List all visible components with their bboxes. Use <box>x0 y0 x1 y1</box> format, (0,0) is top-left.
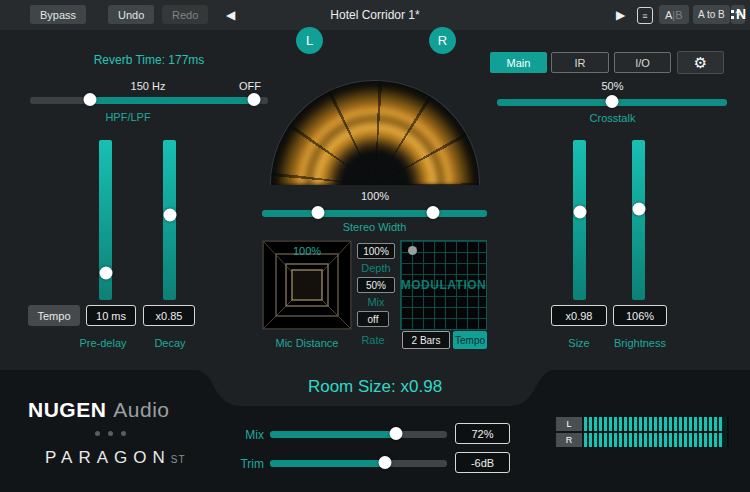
mic-distance-label: Mic Distance <box>262 337 352 349</box>
mod-rate-label: Rate <box>352 334 394 346</box>
mix-label: Mix <box>232 428 264 442</box>
room-size-readout: Room Size: x0.98 <box>225 377 525 397</box>
brand-nugen: NUGEN <box>28 398 106 421</box>
stereo-width-left-handle[interactable] <box>312 206 325 219</box>
meter-right-row: R <box>556 433 730 447</box>
brand-audio: Audio <box>113 398 169 421</box>
product-name: PARAGONST <box>45 448 186 468</box>
modulation-grid[interactable]: MODULATION <box>400 240 487 330</box>
modulation-point[interactable] <box>408 246 417 255</box>
crosstalk-slider[interactable] <box>497 95 727 109</box>
product-paragon: PARAGON <box>45 448 171 467</box>
preset-list-icon[interactable]: ≡ <box>637 7 653 24</box>
next-preset-icon[interactable]: ▶ <box>616 7 625 23</box>
filter-label: HPF/LPF <box>68 111 188 123</box>
settings-button[interactable]: ⚙ <box>677 51 724 74</box>
mod-rate-value-box[interactable]: off <box>357 311 389 327</box>
mic-distance-visualizer[interactable]: 100% <box>262 240 352 330</box>
mod-bars-button[interactable]: 2 Bars <box>402 331 450 349</box>
size-label: Size <box>551 337 607 349</box>
ab-a-label: A <box>665 9 672 21</box>
redo-button[interactable]: Redo <box>162 5 208 24</box>
mod-mix-label: Mix <box>355 296 397 308</box>
brightness-handle[interactable] <box>632 202 645 215</box>
trim-value-box[interactable]: -6dB <box>455 452 510 473</box>
left-channel-badge[interactable]: L <box>296 27 323 54</box>
lpf-value: OFF <box>225 80 275 92</box>
brightness-value-box[interactable]: 106% <box>613 305 667 326</box>
ab-b-label: B <box>675 9 682 21</box>
decay-value-box[interactable]: x0.85 <box>143 305 195 326</box>
nugen-logo-icon: N <box>731 6 746 22</box>
predelay-slider[interactable] <box>99 140 112 300</box>
stereo-width-value: 100% <box>270 190 480 202</box>
mod-depth-label: Depth <box>355 262 397 274</box>
right-channel-badge[interactable]: R <box>429 27 456 54</box>
stereo-width-track[interactable] <box>262 210 487 217</box>
reverb-time-readout: Reverb Time: 177ms <box>30 53 268 67</box>
gear-icon: ⚙ <box>694 55 707 70</box>
meter-left-label: L <box>556 417 582 431</box>
meter-right-bar <box>584 433 730 447</box>
predelay-label: Pre-delay <box>68 337 138 349</box>
bypass-button[interactable]: Bypass <box>30 5 86 24</box>
size-slider[interactable] <box>573 140 586 300</box>
decay-handle[interactable] <box>163 209 176 222</box>
trim-label: Trim <box>232 457 264 471</box>
tempo-sync-button[interactable]: Tempo <box>28 305 80 326</box>
product-st: ST <box>171 454 186 465</box>
predelay-handle[interactable] <box>99 266 112 279</box>
stereo-width-right-handle[interactable] <box>427 206 440 219</box>
stereo-width-label: Stereo Width <box>262 221 487 233</box>
ab-compare-button[interactable]: A|B <box>659 5 689 24</box>
reverb-spokes <box>271 81 479 185</box>
mix-handle[interactable] <box>389 427 402 440</box>
nugen-logo-n: N <box>736 6 746 22</box>
mix-slider[interactable] <box>270 427 447 441</box>
trim-slider[interactable] <box>270 456 447 470</box>
predelay-value-box[interactable]: 10 ms <box>86 305 136 326</box>
brand-dots <box>95 431 126 436</box>
trim-handle[interactable] <box>379 456 392 469</box>
stereo-width-slider[interactable] <box>262 206 487 220</box>
meter-left-bar <box>584 417 730 431</box>
mic-distance-value: 100% <box>262 245 352 257</box>
hpf-value: 150 Hz <box>118 80 178 92</box>
decay-slider[interactable] <box>163 140 176 300</box>
hpf-lpf-track[interactable] <box>30 97 268 104</box>
brightness-slider[interactable] <box>632 140 645 300</box>
lpf-handle[interactable] <box>247 93 260 106</box>
decay-label: Decay <box>145 337 195 349</box>
brand-logo: NUGENAudio <box>28 398 170 422</box>
top-bar: Bypass Undo Redo ◀ Hotel Corridor 1* ▶ ≡… <box>0 0 750 30</box>
meter-left-row: L <box>556 417 730 431</box>
size-handle[interactable] <box>573 206 586 219</box>
preset-title: Hotel Corridor 1* <box>280 8 470 22</box>
tab-main[interactable]: Main <box>490 52 547 73</box>
a-to-b-button[interactable]: A to B <box>693 5 730 24</box>
mix-value-box[interactable]: 72% <box>455 423 510 444</box>
crosstalk-handle[interactable] <box>606 95 619 108</box>
crosstalk-label: Crosstalk <box>540 112 685 124</box>
reverb-visualizer <box>270 80 480 185</box>
mix-track[interactable] <box>270 431 447 438</box>
paragon-plugin-window: Bypass Undo Redo ◀ Hotel Corridor 1* ▶ ≡… <box>0 0 750 492</box>
tab-io[interactable]: I/O <box>614 52 671 73</box>
tab-ir[interactable]: IR <box>551 52 609 73</box>
size-value-box[interactable]: x0.98 <box>551 305 607 326</box>
mod-mix-value-box[interactable]: 50% <box>357 277 395 293</box>
hpf-handle[interactable] <box>83 93 96 106</box>
previous-preset-icon[interactable]: ◀ <box>226 7 235 23</box>
mod-tempo-button[interactable]: Tempo <box>453 331 487 349</box>
meter-right-label: R <box>556 433 582 447</box>
undo-button[interactable]: Undo <box>108 5 154 24</box>
mod-depth-value-box[interactable]: 100% <box>357 243 395 259</box>
crosstalk-value: 50% <box>540 80 685 92</box>
trim-track[interactable] <box>270 460 447 467</box>
brightness-label: Brightness <box>605 337 675 349</box>
hpf-lpf-slider[interactable] <box>30 93 268 107</box>
